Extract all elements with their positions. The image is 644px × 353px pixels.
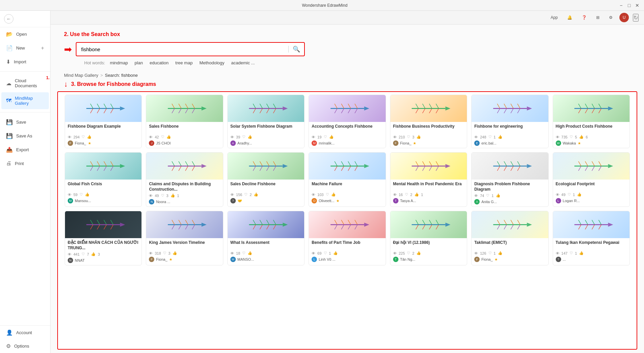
view-count: 74 [480,194,484,198]
search-box-wrapper: 🔍 [76,42,305,56]
svg-marker-151 [201,223,206,227]
help-button[interactable]: ❓ [579,14,589,21]
sidebar-item-cloud[interactable]: ☁ Cloud Documents 1. [1,75,49,92]
author-name: Linh Vũ ... [319,257,335,261]
sidebar-item-save[interactable]: 💾 Save [1,116,49,129]
svg-line-145 [111,220,114,225]
sidebar-item-account[interactable]: 👤 Account [1,326,49,339]
gallery-card[interactable]: Benefits of Part Time Job 👁 69 ♡ 1 👍 L L… [309,211,386,265]
bell-button[interactable]: 🔔 [565,14,575,21]
gallery-card[interactable]: Global Fish Crisis 👁 59 ♡ 👍 M Mansou... [65,152,142,207]
svg-line-154 [185,220,188,225]
breadcrumb-gallery[interactable]: Mind Map Gallery [64,73,98,78]
gallery-card[interactable]: Ecological Footprint 👁 49 ♡ 1 👍 L Logan … [553,152,630,207]
settings-button[interactable]: ⚙ [606,14,615,21]
card-title: High Product Costs Fishbone [556,124,627,133]
svg-line-202 [578,220,581,225]
gallery-card[interactable]: Đại hội VI (12.1986) 👁 225 ♡ 2 👍 T Tân N… [390,211,467,265]
sidebar-item-import[interactable]: ⬇ Import [1,55,49,68]
sidebar-item-open[interactable]: 📂 Open [1,28,49,41]
gallery-card[interactable]: King James Version Timeline 👁 318 ♡ 3 👍 … [146,211,223,265]
like-icon: ♡ [324,251,327,255]
gallery-card[interactable]: ĐẶC ĐIỂM NHÂN CÁCH CỦA NGƯỜI TRUNG... 👁 … [65,211,142,265]
svg-line-74 [104,161,107,166]
card-stats: 👁 210 ♡ 3 👍 [393,135,464,139]
hot-word-plan[interactable]: plan [133,60,145,66]
gallery-card[interactable]: Accounting Concepts Fishbone 👁 19 ♡ 👍 M … [309,95,386,148]
thumb-icon: 👍 [254,192,258,197]
svg-line-102 [334,161,337,166]
author-avatar: L [556,198,561,203]
gallery-card[interactable]: Sales Fishbone 👁 42 ♡ 👍 J JS CHOI [146,95,223,148]
svg-line-155 [192,220,195,225]
like-count: 1 [494,135,496,139]
author-name: Wakaka [563,141,576,145]
svg-line-9 [111,108,114,113]
gallery-card[interactable]: Tulang Ikan Kompetensi Pegawai 👁 147 ♡ 1… [553,211,630,265]
svg-marker-201 [608,223,613,227]
svg-line-138 [592,166,594,171]
author-avatar: A [474,199,480,204]
gallery-card[interactable]: Solar System Fishbone Diagram 👁 39 ♡ 👍 A… [227,95,304,148]
gallery-card[interactable]: Taklimat (EMICT) 👁 126 ♡ 1 👍 F Fiona_ ★ [471,211,548,265]
author-avatar: A [230,140,236,146]
card-author: F Fiona_ ★ [149,257,220,262]
gallery-card[interactable]: Sales Decline Fishbone 👁 156 ♡ 2 👍 ? 🤝 [227,152,304,207]
thumb-icon: 👍 [166,135,171,139]
gallery-container[interactable]: Fishbone Diagram Example 👁 294 ♡ 👍 F Fio… [57,91,637,350]
grid-button[interactable]: ⊞ [593,14,602,21]
hot-word-education[interactable]: education [148,60,170,66]
gallery-card[interactable]: Fishbone Business Productivity 👁 210 ♡ 3… [390,95,467,148]
card-thumbnail [472,95,548,122]
gallery-card[interactable]: Machine Failure 👁 103 ♡ 👍 O Oliveett... … [309,152,386,207]
svg-line-186 [416,225,418,229]
gallery-card[interactable]: What Is Assessment 👁 18 ♡ 👍 M MANSO... [227,211,304,265]
svg-line-118 [429,166,432,171]
svg-line-119 [436,166,439,171]
sidebar-item-print[interactable]: 🖨 Print [1,157,49,170]
gallery-card[interactable]: Fishbone Diagram Example 👁 294 ♡ 👍 F Fio… [65,95,142,148]
svg-line-148 [104,225,107,229]
hot-word-treemap[interactable]: tree map [173,60,195,66]
gallery-card[interactable]: Diagnosis Problem Fishbone Diagram 👁 74 … [471,152,548,207]
card-thumbnail [146,211,223,238]
sidebar-item-saveas[interactable]: 💾 Save As [1,129,49,142]
svg-line-195 [517,220,520,225]
gold-badge: ★ [169,257,172,262]
sidebar-item-export[interactable]: 📤 Export [1,143,49,156]
maximize-button[interactable]: □ [626,3,632,8]
gallery-card[interactable]: Fishbone for engineering 👁 248 ♡ 1 👍 E e… [471,95,548,148]
sidebar-item-options[interactable]: ⚙ Options [1,340,49,353]
thumb-icon: 👍 [248,135,252,139]
gallery-card[interactable]: Claims and Disputes in Building Construc… [146,152,223,207]
svg-line-188 [429,225,432,229]
svg-line-25 [273,104,276,108]
gallery-card[interactable]: Mental Health in Post Pandemic Era 👁 16 … [390,152,467,207]
back-button[interactable]: ← [4,14,13,24]
svg-marker-111 [445,164,450,168]
hot-word-methodology[interactable]: Methodology [197,60,226,66]
card-title: Benefits of Part Time Job [312,240,383,250]
hot-word-academic[interactable]: academic ... [229,60,257,66]
gallery-card[interactable]: High Product Costs Fishbone 👁 735 ♡ 5 👍 … [553,95,630,148]
minimize-button[interactable]: − [618,3,624,8]
app-button[interactable]: App [548,14,560,21]
like-icon: ♡ [486,193,489,198]
refresh-button[interactable]: ↻ [633,14,639,22]
hot-word-mindmap[interactable]: mindmap [108,60,130,66]
open-icon: 📂 [6,31,13,37]
close-button[interactable]: ✕ [635,3,640,8]
svg-line-203 [585,220,588,225]
search-button[interactable]: 🔍 [289,43,304,56]
sidebar-label-export: Export [16,147,29,152]
sidebar-item-new[interactable]: 📄 New + [1,41,49,55]
author-avatar: O [312,198,317,203]
new-plus-icon[interactable]: + [41,45,44,51]
view-icon: 👁 [68,193,71,197]
sidebar-item-mindmap[interactable]: 🗺 MindMap Gallery ↑ [1,92,49,109]
view-icon: 👁 [312,251,315,255]
user-avatar[interactable]: U [619,13,629,22]
search-input[interactable] [76,43,288,56]
view-icon: 👁 [312,193,315,197]
card-title: Machine Failure [312,182,383,191]
